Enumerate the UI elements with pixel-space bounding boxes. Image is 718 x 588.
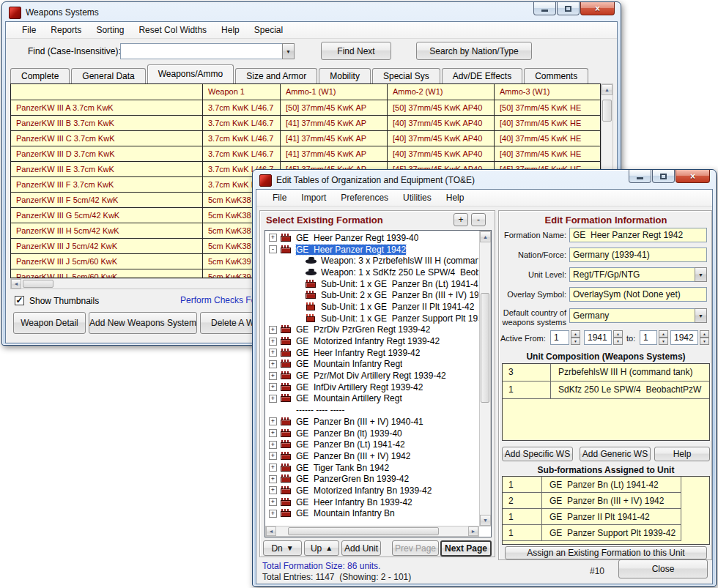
tree-item[interactable]: Sub-Unit: 1 x GE Panzer Bn (Lt) 1941-42: [266, 278, 478, 290]
scroll-left-icon[interactable]: ◄: [11, 279, 21, 289]
scroll-right-icon[interactable]: ►: [468, 526, 478, 536]
unit-level-dropdown-button[interactable]: ▼: [695, 267, 707, 282]
tab[interactable]: General Data: [71, 68, 145, 83]
tab[interactable]: Adv/DE Effects: [442, 68, 522, 83]
table-row[interactable]: PanzerKW III B 3.7cm KwK3.7cm KwK L/46.7…: [11, 116, 600, 131]
menu-item[interactable]: File: [265, 191, 294, 204]
scroll-up-icon[interactable]: ▲: [480, 231, 491, 242]
sub-formation-row[interactable]: 1GE Panzer Bn (Lt) 1941-42: [503, 477, 681, 493]
minimize-button[interactable]: [533, 2, 556, 15]
tree-horizontal-scrollbar[interactable]: ◄ ►: [265, 526, 479, 537]
tree-item[interactable]: Weapon: 1 x SdKfz 250 Le SPW/4 Beobac: [266, 267, 478, 278]
toe-titlebar[interactable]: Edit Tables of Organization and Equipmen…: [256, 170, 713, 189]
nation-force-field[interactable]: [569, 248, 707, 262]
minimize-button[interactable]: [629, 170, 651, 183]
active-from-year-field[interactable]: [584, 330, 612, 345]
from-year-spinner[interactable]: ▲▼: [613, 330, 623, 345]
find-input[interactable]: [120, 43, 283, 59]
add-unit-button[interactable]: Add Unit: [341, 540, 381, 556]
default-country-select[interactable]: Germany: [569, 308, 707, 323]
active-to-year-field[interactable]: [670, 330, 698, 345]
find-next-button[interactable]: Find Next: [321, 42, 391, 60]
expander-icon[interactable]: -: [269, 245, 277, 253]
expander-icon[interactable]: +: [269, 417, 277, 425]
expander-icon[interactable]: +: [269, 429, 277, 437]
sub-formation-row[interactable]: 1GE Panzer Support Plt 1939-42: [503, 525, 681, 541]
menu-item[interactable]: Import: [294, 191, 333, 204]
tab[interactable]: Weapons/Ammo: [147, 64, 234, 83]
tree-item[interactable]: Sub-Unit: 2 x GE Panzer Bn (III + IV) 19…: [266, 289, 478, 301]
scrollbar-thumb[interactable]: [23, 280, 53, 288]
perform-checks-link[interactable]: Perform Checks For: [180, 295, 259, 305]
search-by-nation-button[interactable]: Search by Nation/Type: [416, 42, 532, 60]
tree-item[interactable]: +GE Pzr/Mot Div Artillery Regt 1939-42: [266, 370, 478, 382]
composition-row[interactable]: 1SdKfz 250 Le SPW/4 BeobachtPzW: [503, 382, 709, 399]
expander-icon[interactable]: +: [269, 234, 277, 242]
expander-icon[interactable]: +: [269, 338, 277, 346]
weapons-titlebar[interactable]: Weapons Systems ×: [5, 2, 618, 21]
prev-page-button[interactable]: Prev Page: [392, 540, 439, 556]
menu-item[interactable]: Help: [439, 191, 472, 204]
expander-icon[interactable]: +: [269, 360, 277, 368]
scroll-down-icon[interactable]: ▼: [480, 515, 491, 526]
expand-all-button[interactable]: +: [454, 213, 468, 226]
expander-icon[interactable]: +: [269, 372, 277, 380]
to-year-spinner[interactable]: ▲▼: [700, 330, 709, 345]
tree-item[interactable]: -GE Heer Panzer Regt 1942: [266, 244, 478, 256]
tree-item[interactable]: +GE Panzer Bn (lt) 1939-40: [266, 428, 478, 439]
active-from-month-field[interactable]: [550, 330, 569, 345]
up-button[interactable]: Up▲: [304, 540, 339, 556]
menu-item[interactable]: Help: [214, 23, 247, 37]
add-generic-ws-button[interactable]: Add Generic WS: [580, 447, 651, 461]
tree-item[interactable]: Sub-Unit: 1 x GE Panzer II Plt 1941-42: [266, 301, 478, 313]
scrollbar-thumb[interactable]: [481, 293, 489, 403]
help-button[interactable]: Help: [654, 447, 710, 461]
tree-item[interactable]: +GE Tiger Tank Bn 1942: [266, 462, 478, 474]
active-to-month-field[interactable]: [640, 330, 657, 345]
tree-item[interactable]: +GE Panzer Bn (Lt) 1941-42: [266, 439, 478, 450]
menu-item[interactable]: Reset Col Widths: [131, 23, 214, 37]
scroll-left-icon[interactable]: ◄: [266, 526, 276, 536]
scrollbar-thumb[interactable]: [288, 527, 439, 535]
add-specific-ws-button[interactable]: Add Specific WS: [502, 447, 573, 461]
tree-vertical-scrollbar[interactable]: ▲ ▼: [479, 231, 491, 526]
find-dropdown-button[interactable]: ▼: [282, 43, 295, 59]
tab[interactable]: Special Sys: [372, 68, 440, 83]
tab[interactable]: Complete: [10, 68, 70, 83]
close-dialog-button[interactable]: Close: [618, 559, 708, 578]
expander-icon[interactable]: +: [269, 349, 277, 357]
expander-icon[interactable]: +: [269, 475, 277, 483]
menu-item[interactable]: Sorting: [89, 23, 131, 37]
tree-item[interactable]: +GE Panzer Bn (III + IV) 1942: [266, 450, 478, 462]
maximize-button[interactable]: [652, 170, 675, 183]
expander-icon[interactable]: +: [269, 383, 277, 391]
table-row[interactable]: PanzerKW III C 3.7cm KwK3.7cm KwK L/46.7…: [11, 131, 600, 146]
tree-item[interactable]: +GE PzrDiv PzrGren Regt 1939-42: [266, 324, 478, 336]
tree-item[interactable]: +GE Heer Infantry Regt 1939-42: [266, 347, 478, 359]
next-page-button[interactable]: Next Page: [440, 540, 492, 557]
menu-item[interactable]: Reports: [43, 23, 89, 37]
close-button[interactable]: ×: [676, 170, 710, 183]
expander-icon[interactable]: +: [269, 441, 277, 449]
tree-item[interactable]: +GE Panzer Bn (III + IV) 1940-41: [266, 416, 478, 428]
show-thumbnails-checkbox[interactable]: ✓: [15, 296, 24, 305]
tree-item[interactable]: +GE Heer Infantry Bn 1939-42: [266, 496, 478, 508]
from-month-spinner[interactable]: ▲▼: [571, 330, 580, 345]
composition-row[interactable]: 3PzrbefehlsW III H (command tank): [503, 364, 709, 382]
menu-item[interactable]: Special: [247, 23, 290, 37]
scrollbar-thumb[interactable]: [602, 100, 612, 122]
tree-item[interactable]: Weapon: 3 x PzrbefehlsW III H (command t…: [266, 255, 478, 267]
menu-item[interactable]: Preferences: [333, 191, 396, 204]
menu-item[interactable]: Utilities: [396, 191, 439, 204]
menu-item[interactable]: File: [15, 23, 43, 37]
tree-item[interactable]: Sub-Unit: 1 x GE Panzer Support Plt 1939…: [266, 313, 478, 324]
tree-item[interactable]: +GE PanzerGren Bn 1939-42: [266, 473, 478, 485]
assign-formation-button[interactable]: Assign an Existing Formation to this Uni…: [505, 546, 707, 559]
tree-item[interactable]: +GE Mountain Infantry Regt: [266, 359, 478, 371]
add-new-weapons-system-button[interactable]: Add New Weapons System: [89, 312, 197, 334]
tree-item[interactable]: +GE Motorized Infantry Bn 1939-42: [266, 485, 478, 496]
tab[interactable]: Comments: [524, 68, 588, 83]
expander-icon[interactable]: +: [269, 464, 277, 472]
unit-level-select[interactable]: Regt/TF/Gp/NTG: [569, 267, 707, 282]
collapse-all-button[interactable]: -: [471, 213, 486, 226]
